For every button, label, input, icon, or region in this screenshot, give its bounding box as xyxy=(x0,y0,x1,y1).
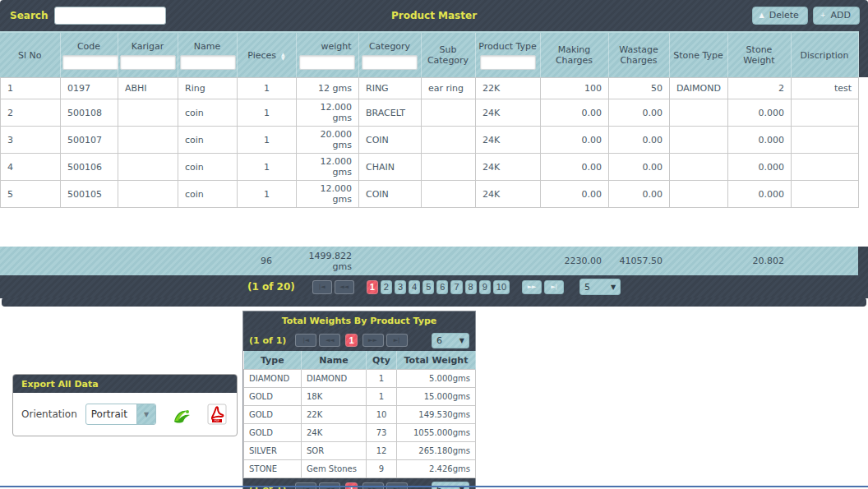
table-row[interactable]: 5500105 coin 112.000 gms COIN 24K0.00 0.… xyxy=(1,181,859,208)
top-bar: Search Product Master ▲ Delete + ADD xyxy=(0,0,868,31)
table-row[interactable]: 3500107 coin 120.000 gms COIN 24K0.00 0.… xyxy=(1,127,859,154)
total-wastage-charges: 41057.50 xyxy=(608,247,669,275)
weights-panel-title: Total Weights By Product Type xyxy=(243,311,475,330)
total-pieces: 96 xyxy=(237,247,296,275)
svg-text:PDF: PDF xyxy=(215,419,220,422)
excel-swoosh-icon xyxy=(172,404,193,425)
search-label: Search xyxy=(10,10,48,21)
table-row[interactable]: 10197 ABHIRing 112 gms RINGear ring 22K1… xyxy=(1,78,859,99)
last-page-button[interactable]: ►| xyxy=(544,280,564,294)
weights-row[interactable]: DIAMONDDIAMOND 15.000gms xyxy=(244,370,476,388)
paginator-status: (1 of 20) xyxy=(247,281,295,293)
column-header-product-type: Product Type xyxy=(475,32,540,77)
page-button-8[interactable]: 8 xyxy=(465,280,477,294)
total-making-charges: 2230.00 xyxy=(540,247,608,275)
orientation-select[interactable]: Portrait ▼ xyxy=(85,404,156,425)
page-button-2[interactable]: 2 xyxy=(381,280,392,294)
product-master-widget: Search Product Master ▲ Delete + ADD Sl … xyxy=(0,0,868,298)
page-button-1[interactable]: 1 xyxy=(367,280,378,294)
column-header-karigar: Karigar xyxy=(118,32,178,77)
weights-row[interactable]: GOLD22K 10149.530gms xyxy=(244,406,476,424)
column-header-stone-weight: Stone Weight xyxy=(727,32,791,77)
weights-column-total-weight: Total Weight xyxy=(397,351,476,370)
totals-section: 96 1499.822 gms 2230.00 41057.50 20.802 xyxy=(0,247,868,275)
weights-next-page-button: ►► xyxy=(362,334,384,347)
add-button[interactable]: + ADD xyxy=(813,7,860,25)
column-header-wastage-charges: Wastage Charges xyxy=(608,32,669,77)
weights-column-type: Type xyxy=(244,351,302,370)
chevron-down-icon: ▼ xyxy=(459,337,464,344)
page-button-6[interactable]: 6 xyxy=(436,280,448,294)
bottom-divider xyxy=(0,486,868,487)
karigar-filter-input[interactable] xyxy=(120,55,176,70)
weights-prev-page-button: ◄◄ xyxy=(319,334,340,347)
orientation-label: Orientation xyxy=(21,408,77,420)
weights-column-name: Name xyxy=(302,351,367,370)
total-weight: 1499.822 gms xyxy=(296,247,358,275)
delete-button[interactable]: ▲ Delete xyxy=(752,7,808,25)
page-button-4[interactable]: 4 xyxy=(409,280,420,294)
weights-paginator-status: (1 of 1) xyxy=(249,335,286,346)
page-button-9[interactable]: 9 xyxy=(479,280,491,294)
chevron-down-icon: ▼ xyxy=(611,284,616,291)
table-body: 10197 ABHIRing 112 gms RINGear ring 22K1… xyxy=(0,77,859,208)
weights-row[interactable]: SILVERSOR 12265.180gms xyxy=(244,442,476,460)
export-excel-icon[interactable] xyxy=(171,403,194,426)
plus-icon: + xyxy=(820,12,826,19)
table-row[interactable]: 2500108 coin 112.000 gms BRACELT 24K0.00… xyxy=(1,99,859,127)
page-button-5[interactable]: 5 xyxy=(422,280,434,294)
column-header-making-charges: Making Charges xyxy=(540,32,608,77)
search-input[interactable] xyxy=(54,7,166,25)
column-header-category: Category xyxy=(358,32,421,77)
column-header-pieces[interactable]: Pieces▲▼ xyxy=(237,32,296,77)
total-stone-weight: 20.802 xyxy=(727,247,791,275)
weights-row[interactable]: STONEGem Stones 92.426gms xyxy=(244,460,476,478)
weights-table: Type Name Qty Total Weight DIAMONDDIAMON… xyxy=(243,351,476,478)
weights-rows-per-page-select[interactable]: 6 ▼ xyxy=(432,333,469,348)
delete-button-label: Delete xyxy=(769,10,799,21)
category-filter-input[interactable] xyxy=(362,55,418,70)
export-panel: Export All Data Orientation Portrait ▼ P… xyxy=(12,374,238,436)
add-button-label: ADD xyxy=(831,10,851,21)
weights-row[interactable]: GOLD24K 731055.000gms xyxy=(244,424,476,442)
weights-column-qty: Qty xyxy=(367,351,397,370)
main-paginator: (1 of 20) |◄ ◄◄ 1 2 3 4 5 6 7 8 9 10 ►► … xyxy=(0,275,868,298)
toolbar-actions: ▲ Delete + ADD xyxy=(752,7,860,25)
total-weights-panel: Total Weights By Product Type (1 of 1) |… xyxy=(242,311,476,489)
table-row[interactable]: 4500106 coin 112.000 gms CHAIN 24K0.00 0… xyxy=(1,154,859,181)
page-button-7[interactable]: 7 xyxy=(450,280,462,294)
body-empty-space xyxy=(0,208,868,247)
export-panel-title: Export All Data xyxy=(13,375,237,393)
caret-up-icon: ▲ xyxy=(760,12,764,19)
column-header-discription: Discription xyxy=(791,32,858,77)
separator-bar xyxy=(2,298,866,307)
weights-bottom-paginator: (1 of 1) |◄ ◄◄ 1 ►► ►| 6 ▼ xyxy=(243,478,475,489)
pdf-file-icon: PDF xyxy=(206,404,228,425)
weights-row[interactable]: GOLD18K 115.000gms xyxy=(244,388,476,406)
prev-page-button: ◄◄ xyxy=(335,280,354,294)
page-button-10[interactable]: 10 xyxy=(493,280,510,294)
weight-filter-input[interactable] xyxy=(299,55,355,70)
rows-per-page-select[interactable]: 5 ▼ xyxy=(579,279,621,295)
column-header-name: Name xyxy=(178,32,237,77)
weights-top-paginator: (1 of 1) |◄ ◄◄ 1 ►► ►| 6 ▼ xyxy=(243,330,475,351)
column-header-weight: weight xyxy=(296,32,358,77)
weights-first-page-button: |◄ xyxy=(295,334,316,347)
chevron-down-icon: ▼ xyxy=(144,411,149,418)
weights-page-button-1[interactable]: 1 xyxy=(345,334,357,347)
next-page-button[interactable]: ►► xyxy=(522,280,542,294)
column-header-slno: Sl No xyxy=(0,32,60,77)
export-pdf-icon[interactable]: PDF xyxy=(205,403,229,426)
column-header-sub-category: Sub Category xyxy=(421,32,475,77)
table-header-section: Sl No Code Karigar Name Pieces▲▼ weight … xyxy=(0,31,868,77)
totals-row: 96 1499.822 gms 2230.00 41057.50 20.802 xyxy=(0,247,858,275)
weights-last-page-button: ►| xyxy=(386,334,408,347)
page-button-3[interactable]: 3 xyxy=(395,280,406,294)
table-header: Sl No Code Karigar Name Pieces▲▼ weight … xyxy=(0,31,859,77)
name-filter-input[interactable] xyxy=(180,55,236,70)
column-header-stone-type: Stone Type xyxy=(669,32,727,77)
sort-icon[interactable]: ▲▼ xyxy=(281,52,285,60)
column-header-code: Code xyxy=(60,32,118,77)
code-filter-input[interactable] xyxy=(62,55,118,70)
product-type-filter-input[interactable] xyxy=(480,55,536,70)
